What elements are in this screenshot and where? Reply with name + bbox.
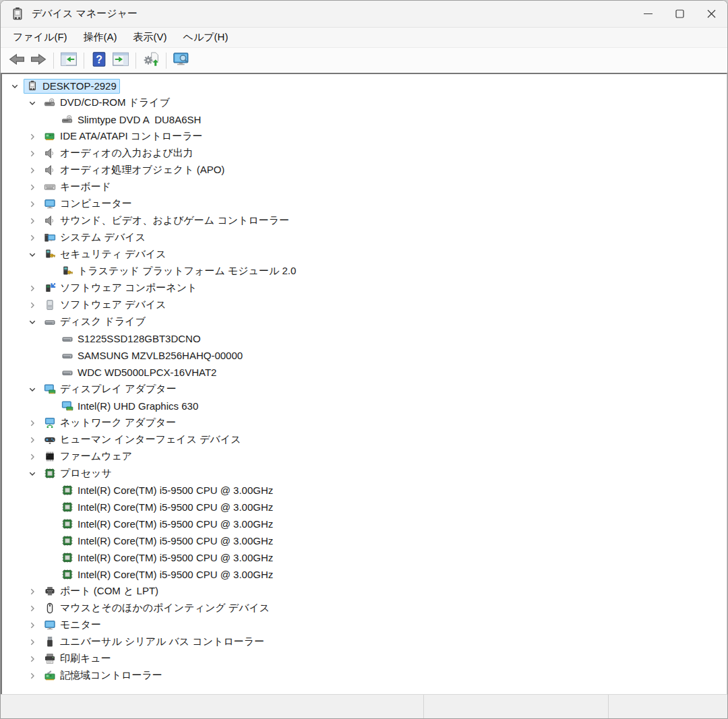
tree-item[interactable]: ヒューマン インターフェイス デバイス (2, 431, 727, 448)
tree-item-content[interactable]: キーボード (41, 179, 115, 195)
tree-item[interactable]: コンピューター (2, 195, 727, 212)
tree-item[interactable]: モニター (2, 617, 727, 633)
tree-item-content[interactable]: Intel(R) UHD Graphics 630 (59, 399, 202, 414)
device-tree[interactable]: DESKTOP-2929DVD/CD-ROM ドライブSlimtype DVD … (1, 73, 727, 694)
tree-item[interactable]: WDC WD5000LPCX-16VHAT2 (2, 364, 727, 381)
tree-item[interactable]: ユニバーサル シリアル バス コントローラー (2, 633, 727, 650)
update-driver-button[interactable] (140, 51, 162, 71)
tree-item-content[interactable]: Intel(R) Core(TM) i5-9500 CPU @ 3.00GHz (59, 483, 276, 498)
tree-item-content[interactable]: ポート (COM と LPT) (41, 584, 162, 599)
tree-item[interactable]: ディスプレイ アダプター (2, 381, 727, 398)
chevron-right-icon[interactable] (24, 667, 41, 684)
menu-action[interactable]: 操作(A) (75, 28, 125, 46)
tree-item-content[interactable]: Intel(R) Core(TM) i5-9500 CPU @ 3.00GHz (59, 534, 276, 549)
tree-item[interactable]: ネットワーク アダプター (2, 414, 727, 431)
tree-item[interactable]: マウスとそのほかのポインティング デバイス (2, 600, 727, 617)
help-button[interactable]: ? (88, 51, 110, 71)
tree-item-content[interactable]: S1225SSD128GBT3DCNO (59, 332, 204, 346)
tree-item[interactable]: サウンド、ビデオ、およびゲーム コントローラー (2, 212, 727, 229)
tree-item-content[interactable]: DVD/CD-ROM ドライブ (41, 95, 173, 111)
tree-item-content[interactable]: プロセッサ (41, 466, 115, 481)
chevron-right-icon[interactable] (24, 617, 41, 633)
chevron-down-icon[interactable] (6, 77, 24, 94)
tree-item-content[interactable]: コンピューター (41, 196, 135, 212)
tree-item-content[interactable]: サウンド、ビデオ、およびゲーム コントローラー (41, 213, 293, 228)
chevron-right-icon[interactable] (24, 145, 41, 162)
tree-item[interactable]: IDE ATA/ATAPI コントローラー (2, 128, 727, 145)
chevron-right-icon[interactable] (24, 296, 41, 313)
chevron-right-icon[interactable] (24, 280, 41, 296)
tree-item[interactable]: S1225SSD128GBT3DCNO (2, 330, 727, 347)
menu-help[interactable]: ヘルプ(H) (175, 28, 237, 46)
tree-item[interactable]: プロセッサ (2, 465, 727, 482)
tree-item[interactable]: Intel(R) Core(TM) i5-9500 CPU @ 3.00GHz (2, 482, 727, 499)
tree-item-content[interactable]: WDC WD5000LPCX-16VHAT2 (59, 365, 220, 380)
chevron-down-icon[interactable] (24, 246, 41, 263)
chevron-right-icon[interactable] (24, 600, 41, 617)
tree-item[interactable]: オーディオの入力および出力 (2, 145, 727, 162)
tree-item[interactable]: システム デバイス (2, 229, 727, 246)
show-console-tree-button[interactable] (58, 51, 80, 71)
tree-item-content[interactable]: ソフトウェア デバイス (41, 297, 170, 313)
tree-item-content[interactable]: セキュリティ デバイス (41, 247, 170, 262)
chevron-right-icon[interactable] (24, 229, 41, 246)
tree-item[interactable]: 印刷キュー (2, 650, 727, 667)
tree-item-content[interactable]: Slimtype DVD A DU8A6SH (59, 113, 204, 127)
chevron-right-icon[interactable] (24, 212, 41, 229)
chevron-down-icon[interactable] (24, 465, 41, 482)
tree-item[interactable]: 記憶域コントローラー (2, 667, 727, 684)
chevron-right-icon[interactable] (24, 448, 41, 465)
tree-item-content[interactable]: ディスプレイ アダプター (41, 381, 180, 397)
tree-item[interactable]: ポート (COM と LPT) (2, 583, 727, 600)
chevron-right-icon[interactable] (24, 583, 41, 600)
tree-item-content[interactable]: トラステッド プラットフォーム モジュール 2.0 (59, 263, 299, 279)
tree-item[interactable]: Slimtype DVD A DU8A6SH (2, 111, 727, 128)
chevron-right-icon[interactable] (24, 650, 41, 667)
tree-item[interactable]: Intel(R) Core(TM) i5-9500 CPU @ 3.00GHz (2, 549, 727, 566)
tree-item-content[interactable]: モニター (41, 617, 104, 633)
tree-item[interactable]: Intel(R) Core(TM) i5-9500 CPU @ 3.00GHz (2, 499, 727, 515)
close-button[interactable] (696, 1, 727, 27)
chevron-right-icon[interactable] (24, 414, 41, 431)
tree-item[interactable]: キーボード (2, 179, 727, 195)
chevron-down-icon[interactable] (24, 313, 41, 330)
tree-item[interactable]: トラステッド プラットフォーム モジュール 2.0 (2, 263, 727, 280)
tree-item[interactable]: ファームウェア (2, 448, 727, 465)
tree-item-content[interactable]: ネットワーク アダプター (41, 415, 179, 431)
forward-button[interactable] (28, 51, 49, 71)
tree-item[interactable]: ソフトウェア デバイス (2, 296, 727, 313)
tree-item[interactable]: ソフトウェア コンポーネント (2, 280, 727, 296)
chevron-down-icon[interactable] (24, 94, 41, 111)
minimize-button[interactable] (632, 1, 664, 27)
tree-item-content[interactable]: Intel(R) Core(TM) i5-9500 CPU @ 3.00GHz (59, 551, 276, 565)
tree-item-content[interactable]: オーディオ処理オブジェクト (APO) (41, 162, 228, 178)
back-button[interactable] (6, 51, 28, 71)
tree-item-content[interactable]: 記憶域コントローラー (41, 668, 166, 683)
chevron-down-icon[interactable] (24, 381, 41, 398)
scan-hardware-changes-button[interactable] (171, 51, 192, 71)
tree-item[interactable]: オーディオ処理オブジェクト (APO) (2, 162, 727, 179)
tree-item[interactable]: ディスク ドライブ (2, 313, 727, 330)
chevron-right-icon[interactable] (24, 195, 41, 212)
tree-item[interactable]: Intel(R) Core(TM) i5-9500 CPU @ 3.00GHz (2, 566, 727, 583)
tree-item-content[interactable]: ユニバーサル シリアル バス コントローラー (41, 634, 268, 650)
tree-item-content[interactable]: ファームウェア (41, 449, 135, 464)
tree-item[interactable]: セキュリティ デバイス (2, 246, 727, 263)
chevron-right-icon[interactable] (24, 431, 41, 448)
tree-item[interactable]: Intel(R) Core(TM) i5-9500 CPU @ 3.00GHz (2, 515, 727, 532)
tree-item[interactable]: DVD/CD-ROM ドライブ (2, 94, 727, 111)
show-action-pane-button[interactable] (110, 51, 131, 71)
menu-view[interactable]: 表示(V) (125, 28, 175, 46)
tree-item-content[interactable]: オーディオの入力および出力 (41, 146, 197, 161)
tree-item-content[interactable]: システム デバイス (41, 230, 149, 245)
chevron-right-icon[interactable] (24, 633, 41, 650)
tree-item-content[interactable]: ヒューマン インターフェイス デバイス (41, 432, 245, 447)
maximize-button[interactable] (664, 1, 696, 27)
tree-item-content[interactable]: SAMSUNG MZVLB256HAHQ-00000 (59, 348, 246, 363)
tree-item-content[interactable]: Intel(R) Core(TM) i5-9500 CPU @ 3.00GHz (59, 567, 276, 582)
tree-item[interactable]: SAMSUNG MZVLB256HAHQ-00000 (2, 347, 727, 364)
tree-item-content[interactable]: Intel(R) Core(TM) i5-9500 CPU @ 3.00GHz (59, 517, 276, 532)
tree-item-content[interactable]: ソフトウェア コンポーネント (41, 280, 200, 296)
tree-item-content[interactable]: Intel(R) Core(TM) i5-9500 CPU @ 3.00GHz (59, 500, 276, 515)
tree-item-content[interactable]: DESKTOP-2929 (24, 79, 120, 94)
